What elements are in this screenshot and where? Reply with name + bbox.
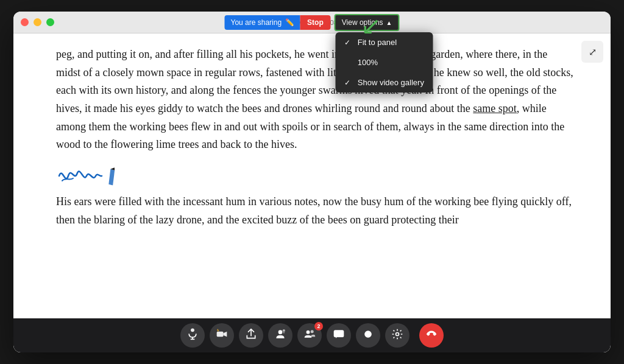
svg-point-4	[278, 330, 283, 334]
record-button[interactable]	[356, 323, 380, 348]
paragraph-2: His ears were filled with the incessant …	[56, 193, 574, 229]
100-percent-label: 100%	[358, 58, 378, 67]
microphone-button[interactable]	[180, 323, 205, 348]
chat-button[interactable]	[327, 323, 351, 348]
titlebar: RingCentral Video ID: 108-390-303 You ar…	[13, 12, 611, 33]
share-icon	[245, 328, 257, 343]
end-call-icon	[425, 327, 438, 343]
minimize-button[interactable]	[34, 18, 41, 26]
green-arrow-decoration: ↙	[361, 12, 381, 40]
fit-to-panel-check-icon: ✓	[344, 38, 353, 47]
handwriting-doodle	[56, 164, 105, 188]
main-window: RingCentral Video ID: 108-390-303 You ar…	[13, 12, 611, 352]
show-video-gallery-label: Show video gallery	[358, 78, 424, 87]
microphone-icon	[186, 328, 199, 343]
sharing-status: You are sharing ✏️	[224, 15, 300, 30]
underline-text: same spot	[473, 102, 517, 114]
show-gallery-check-icon: ✓	[344, 79, 353, 87]
participants-icon	[274, 328, 286, 343]
participants-count-button[interactable]: 2	[297, 323, 322, 348]
svg-point-7	[311, 330, 314, 333]
stop-button[interactable]: Stop	[300, 15, 331, 30]
svg-point-10	[396, 333, 399, 336]
video-icon	[216, 328, 228, 343]
record-icon	[362, 328, 374, 343]
window-controls	[21, 18, 54, 26]
svg-point-5	[283, 329, 285, 332]
chat-icon	[333, 328, 345, 343]
fit-to-panel-option[interactable]: ✓ Fit to panel	[336, 32, 433, 52]
bottom-bar: 2	[13, 318, 611, 352]
participants-count-icon	[303, 328, 316, 343]
share-button[interactable]	[239, 323, 263, 348]
end-call-button[interactable]	[419, 323, 444, 348]
chevron-up-icon: ▲	[386, 19, 392, 26]
100-percent-option[interactable]: ✓ 100%	[336, 52, 433, 72]
svg-point-6	[307, 331, 310, 334]
settings-button[interactable]	[385, 323, 410, 348]
close-button[interactable]	[21, 18, 29, 26]
svg-rect-8	[334, 330, 344, 337]
show-video-gallery-option[interactable]: ✓ Show video gallery	[336, 72, 433, 93]
maximize-button[interactable]	[46, 18, 54, 26]
video-button[interactable]	[210, 323, 234, 348]
participants-badge: 2	[314, 322, 323, 331]
edit-icon[interactable]: ✏️	[285, 18, 294, 27]
content-area: peg, and putting it on, and after fillin…	[13, 33, 611, 318]
svg-rect-3	[217, 332, 224, 337]
paragraph-1: peg, and putting it on, and after fillin…	[56, 46, 574, 154]
expand-button[interactable]: ⤢	[581, 41, 603, 63]
participants-button[interactable]	[268, 323, 292, 348]
sharing-label: You are sharing	[230, 18, 282, 27]
svg-point-9	[364, 331, 372, 338]
settings-icon	[391, 328, 403, 343]
svg-point-0	[191, 328, 194, 332]
expand-icon: ⤢	[589, 46, 597, 58]
view-options-dropdown: ✓ Fit to panel ✓ 100% ✓ Show video galle…	[336, 32, 433, 93]
